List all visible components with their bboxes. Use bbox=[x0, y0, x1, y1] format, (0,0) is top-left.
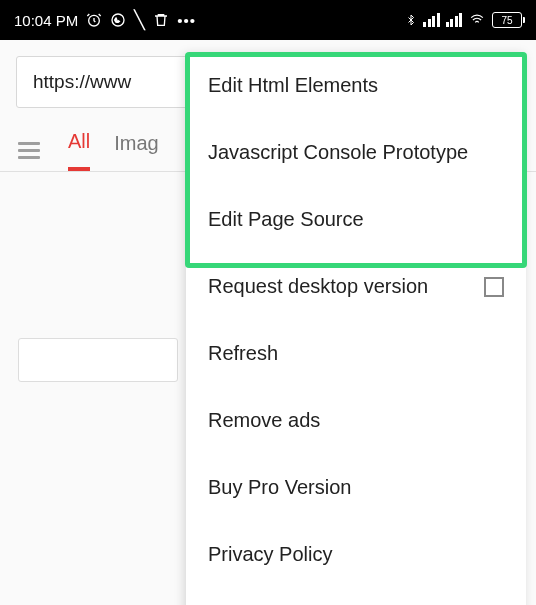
menu-item-label: Request desktop version bbox=[208, 275, 428, 298]
hamburger-icon[interactable] bbox=[18, 142, 40, 159]
status-time: 10:04 PM bbox=[14, 12, 78, 29]
menu-item-label: Edit Page Source bbox=[208, 208, 364, 231]
tab-images[interactable]: Imag bbox=[114, 132, 158, 169]
menu-item-js-console[interactable]: Javascript Console Prototype bbox=[186, 119, 526, 186]
menu-item-label: Javascript Console Prototype bbox=[208, 141, 468, 164]
overflow-menu: Edit Html Elements Javascript Console Pr… bbox=[186, 52, 526, 605]
status-right: 75 bbox=[405, 12, 522, 28]
whatsapp-icon bbox=[110, 12, 126, 28]
menu-item-refresh[interactable]: Refresh bbox=[186, 320, 526, 387]
menu-item-label: Refresh bbox=[208, 342, 278, 365]
desktop-version-checkbox[interactable] bbox=[484, 277, 504, 297]
menu-item-edit-html[interactable]: Edit Html Elements bbox=[186, 52, 526, 119]
menu-item-edit-source[interactable]: Edit Page Source bbox=[186, 186, 526, 253]
battery-icon: 75 bbox=[492, 12, 522, 28]
menu-item-privacy-policy[interactable]: Privacy Policy bbox=[186, 521, 526, 588]
menu-item-label: Buy Pro Version bbox=[208, 476, 351, 499]
bluetooth-icon bbox=[405, 12, 417, 28]
wifi-icon bbox=[468, 13, 486, 27]
menu-item-buy-pro[interactable]: Buy Pro Version bbox=[186, 454, 526, 521]
search-bar[interactable] bbox=[18, 338, 178, 382]
more-dots-icon: ••• bbox=[177, 12, 196, 29]
url-text: https://www bbox=[33, 71, 131, 92]
tab-all[interactable]: All bbox=[68, 130, 90, 171]
trash-icon bbox=[153, 12, 169, 28]
menu-item-label: Privacy Policy bbox=[208, 543, 332, 566]
menu-item-desktop-version[interactable]: Request desktop version bbox=[186, 253, 526, 320]
menu-item-remove-ads[interactable]: Remove ads bbox=[186, 387, 526, 454]
signal-icon bbox=[423, 13, 440, 27]
menu-item-label: Remove ads bbox=[208, 409, 320, 432]
signal-icon-2 bbox=[446, 13, 463, 27]
slash-icon: ╲ bbox=[134, 9, 145, 31]
status-left: 10:04 PM ╲ ••• bbox=[14, 9, 196, 31]
battery-level: 75 bbox=[501, 15, 512, 26]
menu-item-label: Edit Html Elements bbox=[208, 74, 378, 97]
status-bar: 10:04 PM ╲ ••• 75 bbox=[0, 0, 536, 40]
alarm-icon bbox=[86, 12, 102, 28]
